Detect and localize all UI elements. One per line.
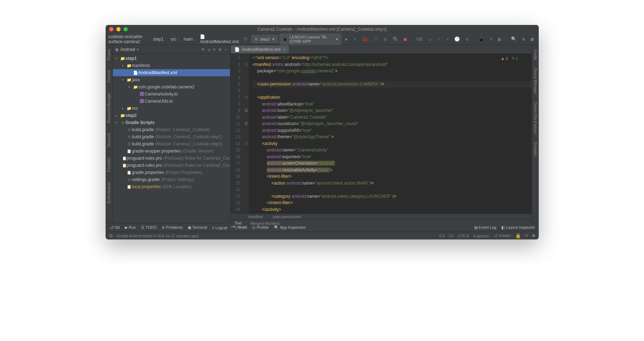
bottom-tool-run[interactable]: ▶ Run [125, 225, 136, 230]
ide-updates[interactable]: ▦ [529, 35, 536, 43]
apply-changes[interactable]: ⚡ [351, 35, 359, 43]
bottom-tool-app-inspection[interactable]: 🔍 App Inspection [274, 225, 306, 230]
breadcrumb-segment[interactable]: src [171, 37, 176, 42]
tree-item[interactable]: ▾📁 step1 [113, 55, 230, 62]
file-encoding[interactable]: UTF-8 [458, 234, 469, 238]
bottom-tool-layout-inspector[interactable]: ◧ Layout Inspector [501, 225, 535, 230]
line-ending[interactable]: LF [449, 234, 453, 238]
memory-indicator[interactable]: ☺ [525, 233, 528, 238]
stop-button[interactable]: ■ [402, 35, 409, 43]
android-view-icon: ▣ [116, 47, 118, 52]
tree-item[interactable]: ▾⚙ Gradle Scripts [113, 119, 230, 126]
project-view-selector[interactable]: Android ▾ [120, 47, 199, 52]
close-window[interactable] [109, 27, 113, 31]
expand-all[interactable]: ⇲ [207, 47, 210, 52]
debug-button[interactable]: 🐞 [360, 35, 370, 43]
tool-build-variants[interactable]: Build Variants [107, 180, 111, 205]
avd-manager[interactable]: 📱 [476, 35, 486, 43]
tool-project[interactable]: Project [107, 48, 111, 62]
hide-panel[interactable]: — [224, 47, 227, 52]
git-branch[interactable]: ⎇ master [493, 233, 511, 238]
settings-icon[interactable]: ⚙ [520, 35, 527, 43]
project-tree[interactable]: ▾📁 step1▾📁 manifests📄 AndroidManifest.xm… [113, 54, 230, 223]
breadcrumb-segment[interactable]: codelab-resizable-surface-camera2 [108, 34, 146, 44]
git-rollback[interactable]: ↺ [463, 35, 471, 43]
left-tool-stripe: ProjectCommitResource ManagerStructureFa… [106, 45, 113, 223]
bottom-tool-terminal[interactable]: ▣ Terminal [188, 225, 207, 230]
window-title: Camera2 Codelab – AndroidManifest.xml [C… [257, 27, 386, 32]
status-message: Gradle build finished in 924 ms (2 minut… [117, 234, 199, 238]
tool-device-file-explorer[interactable]: Device File Explorer [533, 101, 537, 135]
tool-emulator[interactable]: Emulator [533, 141, 537, 158]
attach-debugger[interactable]: 🔌 [390, 35, 400, 43]
tree-item[interactable]: 📋 gradle-wrapper.properties(Gradle Versi… [113, 148, 230, 155]
tree-item[interactable]: ⚙ settings.gradle(Project Settings) [113, 176, 230, 183]
resource-manager-icon[interactable]: ◧ [496, 35, 503, 43]
tree-item[interactable]: 📋 proguard-rules.pro(ProGuard Rules for … [113, 162, 230, 169]
bottom-tool-build[interactable]: 🔨 Build [232, 225, 247, 230]
run-config-select[interactable]: ▣step2▾ [251, 35, 278, 43]
git-commit[interactable]: ✓ [435, 35, 442, 43]
git-push[interactable]: ↗ [444, 35, 451, 43]
ide-status-icon[interactable]: ☻ [532, 233, 535, 238]
breadcrumb-segment[interactable]: step1 [153, 37, 163, 42]
project-panel: ▣ Android ▾ ⊕ ⇲ ⇱ ⚙ — ▾📁 step1▾📁 manifes… [113, 45, 230, 223]
tree-item[interactable]: ▾📁 manifests [113, 62, 230, 69]
search-icon[interactable]: 🔍 [509, 35, 519, 43]
main-toolbar: codelab-resizable-surface-camera2〉step1〉… [106, 33, 539, 45]
tree-item[interactable]: ▾📁 com.google.codelab.camera2 [113, 83, 230, 91]
tool-resource-manager[interactable]: Resource Manager [107, 91, 111, 124]
tree-item[interactable]: 📄 AndroidManifest.xml [113, 69, 230, 76]
tool-favorites[interactable]: Favorites [107, 156, 111, 173]
tree-item[interactable]: ▸📁 step2 [113, 112, 230, 119]
tool-window-toggle[interactable]: ⧉ [109, 233, 112, 239]
git-label: Git: [414, 36, 425, 43]
tool-commit[interactable]: Commit [107, 69, 111, 84]
tree-item[interactable]: 🅺 CameraActivity.kt [113, 91, 230, 98]
coverage-button[interactable]: 🛡 [371, 35, 380, 43]
tree-item[interactable]: ▸📁 res [113, 105, 230, 112]
tool-gradle[interactable]: Gradle [533, 48, 537, 61]
select-opened-file[interactable]: ⊕ [202, 47, 204, 52]
tree-item[interactable]: 📋 local.properties(SDK Location) [113, 183, 230, 190]
git-history[interactable]: 🕐 [452, 35, 462, 43]
sync-icon[interactable]: ⟳ [242, 35, 250, 43]
bottom-tool-profiler[interactable]: ◷ Profiler [252, 225, 269, 230]
tree-item[interactable]: 📋 gradle.properties(Project Properties) [113, 169, 230, 176]
bottom-tool-problems[interactable]: ⊘ Problems [162, 225, 183, 230]
bottom-tool-logcat[interactable]: ≡ Logcat [212, 226, 227, 230]
bottom-tool-event-log[interactable]: ▤ Event Log [474, 225, 497, 230]
close-tab-icon[interactable]: × [283, 47, 285, 52]
tree-item[interactable]: ▾📁 java [113, 76, 230, 83]
tool-structure[interactable]: Structure [107, 131, 111, 149]
breadcrumb-segment[interactable]: main [183, 37, 193, 42]
tree-item[interactable]: ⚙ build.gradle(Project: Camera2_Codelab) [113, 126, 230, 133]
code-editor[interactable]: 123456789101112131415161718192021222324 … [230, 54, 532, 213]
run-button[interactable]: ▶ [343, 35, 350, 43]
tool-device-manager[interactable]: Device Manager [533, 67, 537, 95]
titlebar[interactable]: Camera2 Codelab – AndroidManifest.xml [C… [106, 25, 539, 33]
maximize-window[interactable] [123, 27, 128, 31]
git-pull[interactable]: ↙ [427, 35, 434, 43]
editor-tabs: 📄AndroidManifest.xml× [230, 45, 532, 54]
tree-item[interactable]: ⚙ build.gradle(Module: Camera2_Codelab.s… [113, 133, 230, 140]
minimize-window[interactable] [116, 27, 121, 31]
status-bar: ⧉ Gradle build finished in 924 ms (2 min… [106, 232, 539, 239]
panel-settings-icon[interactable]: ⚙ [219, 47, 222, 52]
device-select[interactable]: 📱LENOVO Lenovo TB-Q706F-DPP▾ [279, 33, 341, 45]
inspection-indicator[interactable]: ▲ 2 ✎ 1 ˇ [501, 55, 523, 62]
tree-item[interactable]: ⚙ build.gradle(Module: Camera2_Codelab.s… [113, 140, 230, 148]
bottom-tool-todo[interactable]: ☰ TODO [141, 225, 157, 230]
profile-button[interactable]: ◷ [382, 35, 389, 43]
indent-setting[interactable]: 4 spaces [473, 234, 489, 238]
tree-item[interactable]: 🅺 CameraUtils.kt [113, 98, 230, 105]
sdk-manager[interactable]: ⬇ [488, 35, 495, 43]
cursor-position[interactable]: 5:5 [439, 234, 445, 238]
structure-breadcrumb[interactable]: manifest〉uses-permission [230, 213, 532, 219]
collapse-all[interactable]: ⇱ [213, 47, 216, 52]
lock-icon[interactable]: 🔒 [515, 233, 521, 238]
editor-tab[interactable]: 📄AndroidManifest.xml× [230, 45, 290, 53]
tree-item[interactable]: 📋 proguard-rules.pro(ProGuard Rules for … [113, 155, 230, 162]
bottom-tool-git[interactable]: ⎇ Git [109, 225, 120, 230]
nav-breadcrumb[interactable]: codelab-resizable-surface-camera2〉step1〉… [108, 34, 239, 44]
